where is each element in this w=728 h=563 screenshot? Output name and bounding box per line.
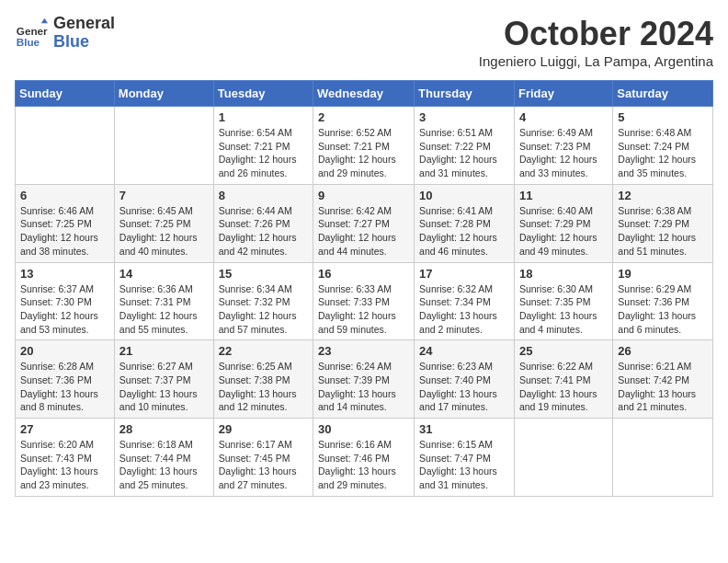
day-number: 17 [419, 267, 509, 281]
day-info: Sunrise: 6:20 AM Sunset: 7:43 PM Dayligh… [20, 438, 109, 492]
day-number: 26 [618, 344, 708, 358]
calendar-cell: 22Sunrise: 6:25 AM Sunset: 7:38 PM Dayli… [213, 340, 313, 419]
svg-text:Blue: Blue [17, 36, 40, 48]
day-info: Sunrise: 6:36 AM Sunset: 7:31 PM Dayligh… [119, 282, 209, 337]
day-info: Sunrise: 6:21 AM Sunset: 7:42 PM Dayligh… [618, 360, 708, 414]
day-info: Sunrise: 6:23 AM Sunset: 7:40 PM Dayligh… [419, 360, 509, 414]
calendar-cell: 1Sunrise: 6:54 AM Sunset: 7:21 PM Daylig… [213, 107, 313, 185]
day-number: 9 [318, 189, 409, 202]
day-info: Sunrise: 6:25 AM Sunset: 7:38 PM Dayligh… [219, 360, 308, 414]
week-row-3: 13Sunrise: 6:37 AM Sunset: 7:30 PM Dayli… [16, 262, 713, 340]
day-info: Sunrise: 6:54 AM Sunset: 7:21 PM Dayligh… [219, 126, 308, 180]
calendar-cell: 24Sunrise: 6:23 AM Sunset: 7:40 PM Dayli… [415, 340, 515, 419]
calendar-cell: 5Sunrise: 6:48 AM Sunset: 7:24 PM Daylig… [613, 107, 713, 185]
day-number: 4 [519, 110, 608, 124]
day-info: Sunrise: 6:51 AM Sunset: 7:22 PM Dayligh… [419, 126, 509, 180]
calendar-cell: 21Sunrise: 6:27 AM Sunset: 7:37 PM Dayli… [114, 340, 213, 419]
calendar-cell: 20Sunrise: 6:28 AM Sunset: 7:36 PM Dayli… [16, 340, 115, 419]
weekday-header-thursday: Thursday [415, 81, 515, 107]
day-info: Sunrise: 6:22 AM Sunset: 7:41 PM Dayligh… [519, 360, 608, 414]
svg-text:General: General [17, 25, 48, 37]
calendar-cell: 8Sunrise: 6:44 AM Sunset: 7:26 PM Daylig… [213, 184, 313, 262]
day-number: 31 [419, 422, 509, 436]
day-info: Sunrise: 6:48 AM Sunset: 7:24 PM Dayligh… [618, 126, 708, 180]
day-number: 8 [219, 189, 308, 202]
calendar-table: SundayMondayTuesdayWednesdayThursdayFrid… [15, 80, 713, 497]
day-number: 29 [219, 422, 308, 436]
calendar-cell: 10Sunrise: 6:41 AM Sunset: 7:28 PM Dayli… [415, 184, 515, 262]
week-row-1: 1Sunrise: 6:54 AM Sunset: 7:21 PM Daylig… [16, 107, 713, 185]
day-info: Sunrise: 6:17 AM Sunset: 7:45 PM Dayligh… [219, 438, 308, 492]
day-number: 5 [618, 110, 708, 124]
day-info: Sunrise: 6:16 AM Sunset: 7:46 PM Dayligh… [318, 438, 409, 492]
weekday-header-monday: Monday [114, 81, 213, 107]
month-title: October 2024 [479, 15, 713, 53]
calendar-cell: 17Sunrise: 6:32 AM Sunset: 7:34 PM Dayli… [415, 262, 515, 340]
day-number: 22 [219, 344, 308, 358]
day-number: 1 [219, 110, 308, 124]
day-number: 21 [119, 344, 209, 358]
logo-line1: General [53, 15, 115, 33]
weekday-header-friday: Friday [514, 81, 612, 107]
calendar-cell: 26Sunrise: 6:21 AM Sunset: 7:42 PM Dayli… [613, 340, 713, 419]
logo: General Blue General Blue [15, 15, 115, 52]
calendar-cell: 30Sunrise: 6:16 AM Sunset: 7:46 PM Dayli… [313, 419, 415, 497]
day-number: 28 [119, 422, 209, 436]
day-info: Sunrise: 6:32 AM Sunset: 7:34 PM Dayligh… [419, 282, 509, 337]
logo-line2: Blue [53, 33, 115, 52]
day-info: Sunrise: 6:29 AM Sunset: 7:36 PM Dayligh… [618, 282, 708, 337]
day-info: Sunrise: 6:15 AM Sunset: 7:47 PM Dayligh… [419, 438, 509, 492]
calendar-cell: 25Sunrise: 6:22 AM Sunset: 7:41 PM Dayli… [514, 340, 612, 419]
calendar-cell [613, 419, 713, 497]
day-info: Sunrise: 6:45 AM Sunset: 7:25 PM Dayligh… [119, 204, 209, 259]
day-number: 30 [318, 422, 409, 436]
day-number: 14 [119, 267, 209, 281]
day-info: Sunrise: 6:34 AM Sunset: 7:32 PM Dayligh… [219, 282, 308, 337]
calendar-cell [16, 107, 115, 185]
day-number: 13 [20, 267, 109, 281]
page-header: General Blue General Blue October 2024 I… [15, 15, 713, 69]
day-number: 12 [618, 189, 708, 202]
day-info: Sunrise: 6:18 AM Sunset: 7:44 PM Dayligh… [119, 438, 209, 492]
day-info: Sunrise: 6:40 AM Sunset: 7:29 PM Dayligh… [519, 204, 608, 259]
day-info: Sunrise: 6:30 AM Sunset: 7:35 PM Dayligh… [519, 282, 608, 337]
calendar-cell: 6Sunrise: 6:46 AM Sunset: 7:25 PM Daylig… [16, 184, 115, 262]
day-info: Sunrise: 6:24 AM Sunset: 7:39 PM Dayligh… [318, 360, 409, 414]
day-number: 10 [419, 189, 509, 202]
day-info: Sunrise: 6:33 AM Sunset: 7:33 PM Dayligh… [318, 282, 409, 337]
day-number: 25 [519, 344, 608, 358]
day-number: 23 [318, 344, 409, 358]
calendar-cell: 23Sunrise: 6:24 AM Sunset: 7:39 PM Dayli… [313, 340, 415, 419]
calendar-cell: 11Sunrise: 6:40 AM Sunset: 7:29 PM Dayli… [514, 184, 612, 262]
title-block: October 2024 Ingeniero Luiggi, La Pampa,… [479, 15, 713, 69]
calendar-cell: 18Sunrise: 6:30 AM Sunset: 7:35 PM Dayli… [514, 262, 612, 340]
weekday-header-wednesday: Wednesday [313, 81, 415, 107]
day-number: 3 [419, 110, 509, 124]
day-number: 7 [119, 189, 209, 202]
day-info: Sunrise: 6:27 AM Sunset: 7:37 PM Dayligh… [119, 360, 209, 414]
weekday-header-saturday: Saturday [613, 81, 713, 107]
weekday-header-row: SundayMondayTuesdayWednesdayThursdayFrid… [16, 81, 713, 107]
calendar-cell: 28Sunrise: 6:18 AM Sunset: 7:44 PM Dayli… [114, 419, 213, 497]
calendar-cell [114, 107, 213, 185]
calendar-cell: 4Sunrise: 6:49 AM Sunset: 7:23 PM Daylig… [514, 107, 612, 185]
day-info: Sunrise: 6:46 AM Sunset: 7:25 PM Dayligh… [20, 204, 109, 259]
weekday-header-tuesday: Tuesday [213, 81, 313, 107]
calendar-cell [514, 419, 612, 497]
calendar-cell: 13Sunrise: 6:37 AM Sunset: 7:30 PM Dayli… [16, 262, 115, 340]
calendar-cell: 3Sunrise: 6:51 AM Sunset: 7:22 PM Daylig… [415, 107, 515, 185]
week-row-2: 6Sunrise: 6:46 AM Sunset: 7:25 PM Daylig… [16, 184, 713, 262]
calendar-cell: 31Sunrise: 6:15 AM Sunset: 7:47 PM Dayli… [415, 419, 515, 497]
day-info: Sunrise: 6:44 AM Sunset: 7:26 PM Dayligh… [219, 204, 308, 259]
day-info: Sunrise: 6:41 AM Sunset: 7:28 PM Dayligh… [419, 204, 509, 259]
calendar-cell: 29Sunrise: 6:17 AM Sunset: 7:45 PM Dayli… [213, 419, 313, 497]
calendar-cell: 15Sunrise: 6:34 AM Sunset: 7:32 PM Dayli… [213, 262, 313, 340]
calendar-cell: 2Sunrise: 6:52 AM Sunset: 7:21 PM Daylig… [313, 107, 415, 185]
calendar-cell: 9Sunrise: 6:42 AM Sunset: 7:27 PM Daylig… [313, 184, 415, 262]
day-info: Sunrise: 6:52 AM Sunset: 7:21 PM Dayligh… [318, 126, 409, 180]
location-subtitle: Ingeniero Luiggi, La Pampa, Argentina [479, 53, 713, 69]
calendar-cell: 14Sunrise: 6:36 AM Sunset: 7:31 PM Dayli… [114, 262, 213, 340]
day-info: Sunrise: 6:28 AM Sunset: 7:36 PM Dayligh… [20, 360, 109, 414]
day-number: 16 [318, 267, 409, 281]
day-info: Sunrise: 6:37 AM Sunset: 7:30 PM Dayligh… [20, 282, 109, 337]
